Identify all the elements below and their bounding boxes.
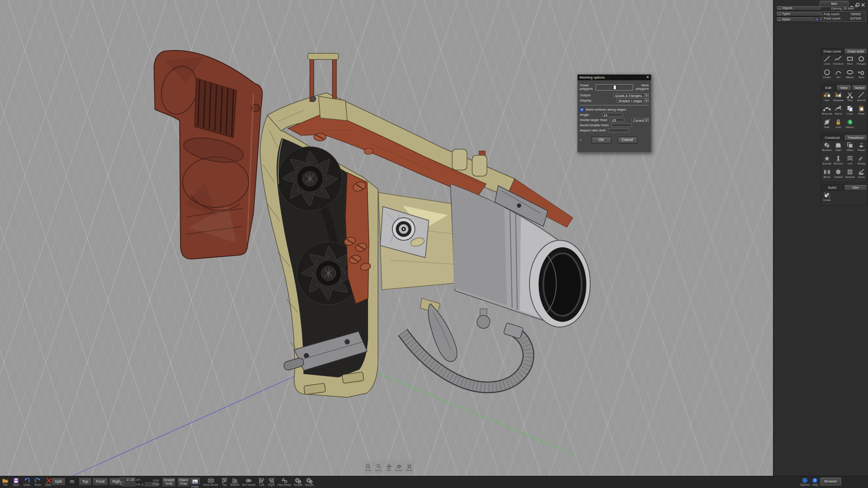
tool-network[interactable]: Network (844, 168, 856, 181)
tool-scripts[interactable]: Scripts (294, 476, 302, 486)
tool-separate[interactable]: Separate (833, 91, 845, 105)
browser-button[interactable]: Browser (820, 478, 841, 485)
expand-plus-icon[interactable]: + (778, 18, 781, 21)
tool-blend[interactable]: Blend (821, 168, 833, 181)
tool-lock[interactable]: Lock (833, 118, 845, 131)
x-coordinate-input[interactable]: -17,33 (120, 478, 135, 481)
tool-options[interactable]: Options (800, 476, 809, 486)
viewnav-zoom[interactable]: Zoom (374, 463, 384, 472)
tool-copy[interactable]: Copy (844, 105, 856, 118)
tool-image[interactable]: Image (189, 476, 201, 488)
tab-edit[interactable]: Edit (821, 85, 836, 91)
close-icon[interactable]: ✕ (646, 75, 649, 79)
viewnav-pan[interactable]: Pan (384, 463, 394, 472)
viewnav-reset[interactable]: Reset (404, 463, 414, 472)
tool-bottom[interactable]: Bottom (230, 476, 240, 486)
tool-freeform[interactable]: Freeform (833, 55, 845, 68)
tab-draw-solid[interactable]: Draw solid (844, 48, 867, 54)
dialog-titlebar[interactable]: Meshing options ✕ (578, 75, 651, 80)
chevron-down-icon[interactable]: ▼ (644, 93, 649, 97)
viewmode-split[interactable]: Split (51, 478, 66, 486)
tool-show-pts[interactable]: Show pts (821, 105, 833, 118)
tool-save[interactable]: Save (13, 476, 20, 486)
tab-transform[interactable]: Transform (844, 134, 867, 141)
aspect-input[interactable] (608, 128, 629, 132)
tool-undo[interactable]: Undo (23, 476, 30, 486)
tool-frame[interactable] (189, 477, 201, 485)
viewmode-front[interactable]: Front (92, 478, 108, 486)
tool-create[interactable]: Create (821, 191, 833, 204)
slider-handle[interactable] (613, 85, 616, 90)
tool-ellipse[interactable]: Ellipse (844, 68, 856, 82)
chevron-down-icon[interactable]: ▼ (644, 118, 649, 122)
divide-unit-dropdown[interactable]: Curved ▼ (631, 118, 649, 122)
viewmode-3d[interactable]: 3D (66, 478, 78, 486)
viewnav-area[interactable]: Area (364, 463, 373, 472)
sidebar-item-objects[interactable]: +Objects (776, 5, 822, 11)
tool-vert-center[interactable]: Vert center (242, 476, 256, 486)
tool-offset[interactable]: Offset (844, 141, 856, 154)
viewnav-rotate[interactable]: Rotate (395, 463, 404, 472)
tool-planar[interactable]: Planar (856, 141, 868, 154)
angle-input[interactable]: 14 (602, 113, 623, 117)
polygon-density-slider[interactable] (595, 84, 633, 91)
tool-circles[interactable]: Circles (821, 68, 833, 82)
viewport-3d[interactable]: AreaZoomPanRotateReset Meshing options ✕… (0, 0, 773, 476)
expand-chevrons-icon[interactable]: « (579, 139, 583, 141)
snap-grid-snap[interactable]: Grid Snap (151, 478, 161, 486)
tool-right[interactable]: Right (268, 476, 275, 486)
cancel-button[interactable]: Cancel (618, 137, 638, 144)
sidebar-item-styles[interactable]: +Styles (776, 16, 822, 22)
tool-sweep[interactable]: Sweep (856, 154, 868, 168)
tool-horiz-center[interactable]: Horiz center (203, 476, 218, 486)
sidebar-item-types[interactable]: +Types (776, 11, 822, 16)
tool-revolve[interactable]: Revolve (833, 154, 845, 168)
tool-scripts[interactable]: Scripts (305, 476, 314, 486)
distance-input[interactable] (122, 482, 135, 486)
minimize-icon[interactable] (849, 1, 854, 6)
tool-arc[interactable]: Arc (833, 68, 845, 82)
tab-construct[interactable]: Construct (821, 134, 844, 141)
tool-more[interactable]: More (856, 68, 868, 82)
style-arrow-icon[interactable] (813, 17, 820, 22)
tool-curve[interactable]: Curve (856, 168, 868, 181)
tool-history[interactable]: History (844, 118, 856, 131)
divide-input[interactable]: ,05 (610, 118, 625, 122)
expand-plus-icon[interactable]: + (778, 7, 781, 10)
tool-boolean[interactable]: Boolean (821, 141, 833, 154)
expand-plus-icon[interactable]: + (778, 12, 781, 15)
tool-polygon[interactable]: Polygon (856, 55, 868, 68)
weld-checkbox[interactable]: ✓ (580, 108, 584, 112)
tool-trim[interactable]: Trim (844, 91, 856, 105)
tool-file[interactable]: File (2, 476, 9, 486)
display-dropdown[interactable]: Shaded + edges ▼ (617, 98, 649, 102)
close-window-icon[interactable] (861, 1, 865, 6)
ok-button[interactable]: OK (592, 137, 612, 144)
tab-subd[interactable]: SubD (821, 184, 844, 190)
tool-obj-library[interactable]: Obj Library (277, 476, 291, 486)
tab-draw-curve[interactable]: Draw curve (821, 48, 844, 54)
tool-redo[interactable]: Redo (34, 476, 41, 486)
tool-nsided[interactable]: Nsided (833, 168, 845, 181)
tool-loft[interactable]: Loft (844, 154, 856, 168)
snap-object-snap[interactable]: Object Snap (177, 477, 189, 487)
tool-lines[interactable]: Lines (821, 55, 833, 68)
tool-left[interactable]: Left (258, 476, 265, 486)
tab-view[interactable]: View (836, 85, 852, 91)
tool-fillet[interactable]: Fillet (833, 141, 845, 154)
tool-paste[interactable]: Paste (856, 105, 868, 118)
app-menu-button[interactable]: MoI (820, 1, 848, 7)
tool-join[interactable]: Join (821, 91, 833, 105)
output-dropdown[interactable]: Quads & Triangles ▼ (613, 93, 649, 97)
tool-extrude[interactable]: Extrude (821, 154, 833, 168)
viewmode-top[interactable]: Top (79, 478, 92, 486)
tab-dim[interactable]: Dim (844, 184, 867, 190)
tool-top[interactable]: Top (221, 476, 228, 486)
snap-straight-snap[interactable]: Straight Snap (162, 477, 176, 487)
chevron-down-icon[interactable]: ▼ (644, 98, 649, 102)
tool-help[interactable]: ?Help (812, 476, 818, 486)
tool-hide[interactable]: Hide (821, 118, 833, 131)
avoid-input[interactable] (611, 123, 632, 127)
tool-extend[interactable]: Extend (856, 91, 868, 105)
restore-icon[interactable] (855, 1, 860, 6)
